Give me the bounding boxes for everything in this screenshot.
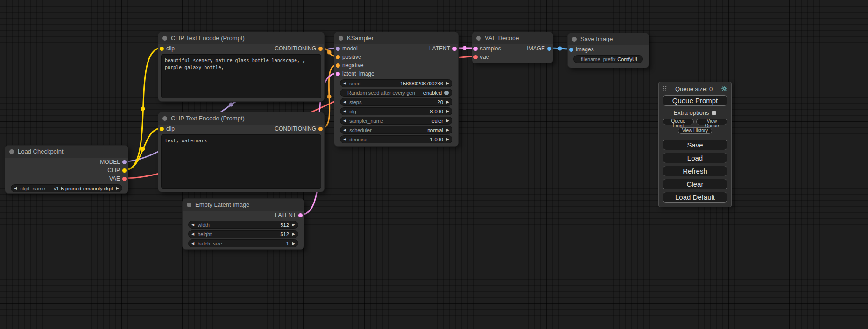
node-load-checkpoint[interactable]: Load Checkpoint MODEL CLIP VAE ◀ ckpt_na… (5, 145, 128, 194)
view-queue-button[interactable]: View Queue (696, 119, 727, 125)
decrement-arrow-icon[interactable]: ◀ (191, 221, 194, 229)
node-title-bar[interactable]: KSampler (334, 32, 458, 44)
decrement-arrow-icon[interactable]: ◀ (14, 184, 17, 192)
increment-arrow-icon[interactable]: ▶ (446, 107, 449, 115)
settings-gear-icon[interactable] (721, 85, 727, 92)
sampler-name-widget[interactable]: ◀ sampler_name euler ▶ (340, 117, 452, 125)
image-output-slot[interactable] (547, 47, 551, 51)
slot-row: model LATENT (334, 44, 458, 53)
decrement-arrow-icon[interactable]: ◀ (343, 79, 346, 87)
widget-label: filename_prefix (581, 56, 616, 62)
collapse-dot[interactable] (162, 116, 167, 121)
decrement-arrow-icon[interactable]: ◀ (191, 230, 194, 238)
input-slot-label: model (342, 44, 358, 53)
latent-image-input-slot[interactable] (336, 72, 340, 76)
slot-row: latent_image (334, 70, 458, 78)
view-history-button[interactable]: View History (678, 127, 712, 134)
node-title-bar[interactable]: CLIP Text Encode (Prompt) (158, 112, 324, 125)
input-slot-label: clip (166, 44, 175, 53)
model-input-slot[interactable] (336, 47, 340, 51)
latent-output-slot[interactable] (298, 213, 303, 217)
samples-input-slot[interactable] (473, 47, 478, 51)
filename-prefix-widget[interactable]: filename_prefix ComfyUI (573, 55, 643, 63)
node-title-bar[interactable]: Empty Latent Image (183, 199, 304, 211)
clip-output-slot[interactable] (122, 168, 127, 173)
clip-input-slot[interactable] (160, 127, 164, 131)
conditioning-output-slot[interactable] (318, 47, 323, 51)
steps-widget[interactable]: ◀ steps 20 ▶ (340, 98, 452, 106)
increment-arrow-icon[interactable]: ▶ (292, 221, 295, 229)
decrement-arrow-icon[interactable]: ◀ (343, 98, 346, 106)
input-slot-label: positive (342, 53, 361, 61)
clip-input-slot[interactable] (160, 47, 164, 51)
node-clip-text-encode-positive[interactable]: CLIP Text Encode (Prompt) clip CONDITION… (158, 32, 325, 102)
widget-label: ckpt_name (20, 186, 45, 191)
node-title-bar[interactable]: CLIP Text Encode (Prompt) (158, 32, 324, 44)
ckpt-name-widget[interactable]: ◀ ckpt_name v1-5-pruned-emaonly.ckpt ▶ (11, 184, 122, 192)
vae-output-slot[interactable] (122, 177, 127, 181)
conditioning-output-slot[interactable] (318, 127, 323, 131)
node-clip-text-encode-negative[interactable]: CLIP Text Encode (Prompt) clip CONDITION… (158, 112, 325, 192)
clear-button[interactable]: Clear (663, 179, 727, 189)
load-default-button[interactable]: Load Default (663, 192, 727, 203)
extra-options-checkbox[interactable] (712, 111, 716, 115)
node-ksampler[interactable]: KSampler model LATENT positive negative … (334, 32, 459, 147)
decrement-arrow-icon[interactable]: ◀ (343, 126, 346, 134)
load-button[interactable]: Load (663, 153, 727, 163)
drag-handle[interactable] (663, 85, 667, 92)
negative-input-slot[interactable] (336, 63, 340, 68)
widget-label: steps (349, 99, 361, 105)
prompt-textarea[interactable]: text, watermark (161, 134, 321, 189)
increment-arrow-icon[interactable]: ▶ (292, 230, 295, 238)
decrement-arrow-icon[interactable]: ◀ (343, 135, 346, 143)
collapse-dot[interactable] (9, 149, 14, 154)
node-title: CLIP Text Encode (Prompt) (171, 35, 245, 42)
model-output-slot[interactable] (122, 160, 127, 164)
latent-output-slot[interactable] (452, 47, 457, 51)
collapse-dot[interactable] (339, 36, 343, 41)
batch-size-widget[interactable]: ◀ batch_size 1 ▶ (188, 239, 298, 247)
cfg-widget[interactable]: ◀ cfg 8.000 ▶ (340, 107, 452, 115)
increment-arrow-icon[interactable]: ▶ (292, 239, 295, 247)
queue-front-button[interactable]: Queue Front (663, 119, 694, 125)
increment-arrow-icon[interactable]: ▶ (446, 98, 449, 106)
decrement-arrow-icon[interactable]: ◀ (343, 117, 346, 125)
widget-value: 20 (438, 99, 443, 105)
node-save-image[interactable]: Save Image images filename_prefix ComfyU… (567, 33, 649, 68)
collapse-dot[interactable] (187, 203, 191, 207)
save-button[interactable]: Save (663, 140, 727, 150)
increment-arrow-icon[interactable]: ▶ (446, 126, 449, 134)
toggle-indicator[interactable] (444, 91, 449, 95)
link-midpoint-dot (141, 107, 145, 111)
widget-value: euler (431, 118, 443, 124)
node-vae-decode[interactable]: VAE Decode samples IMAGE vae (472, 32, 553, 63)
vae-input-slot[interactable] (473, 55, 478, 59)
width-widget[interactable]: ◀ width 512 ▶ (188, 221, 298, 229)
seed-widget[interactable]: ◀ seed 156680208700286 ▶ (340, 79, 452, 87)
widget-value: 1.000 (430, 137, 443, 142)
node-canvas[interactable]: { "colors": { "model": "#B39DDB", "clip"… (0, 0, 868, 329)
collapse-dot[interactable] (162, 36, 167, 41)
prompt-textarea[interactable]: beautiful scenery nature glass bottle la… (161, 54, 321, 98)
output-slot-row: CLIP (5, 166, 128, 175)
scheduler-widget[interactable]: ◀ scheduler normal ▶ (340, 126, 452, 134)
increment-arrow-icon[interactable]: ▶ (446, 79, 449, 87)
denoise-widget[interactable]: ◀ denoise 1.000 ▶ (340, 135, 452, 143)
node-empty-latent-image[interactable]: Empty Latent Image LATENT ◀ width 512 ▶ … (182, 198, 304, 250)
collapse-dot[interactable] (572, 37, 577, 42)
decrement-arrow-icon[interactable]: ◀ (191, 239, 194, 247)
increment-arrow-icon[interactable]: ▶ (446, 135, 449, 143)
increment-arrow-icon[interactable]: ▶ (446, 117, 449, 125)
queue-prompt-button[interactable]: Queue Prompt (663, 95, 727, 106)
decrement-arrow-icon[interactable]: ◀ (343, 107, 346, 115)
random-seed-toggle-widget[interactable]: Random seed after every gen enabled (340, 89, 452, 97)
collapse-dot[interactable] (476, 36, 481, 41)
node-title-bar[interactable]: VAE Decode (472, 32, 553, 44)
images-input-slot[interactable] (569, 48, 573, 52)
positive-input-slot[interactable] (336, 55, 340, 59)
node-title-bar[interactable]: Save Image (568, 33, 649, 45)
refresh-button[interactable]: Refresh (663, 166, 727, 176)
increment-arrow-icon[interactable]: ▶ (116, 184, 119, 192)
node-title-bar[interactable]: Load Checkpoint (5, 146, 128, 158)
height-widget[interactable]: ◀ height 512 ▶ (188, 230, 298, 238)
